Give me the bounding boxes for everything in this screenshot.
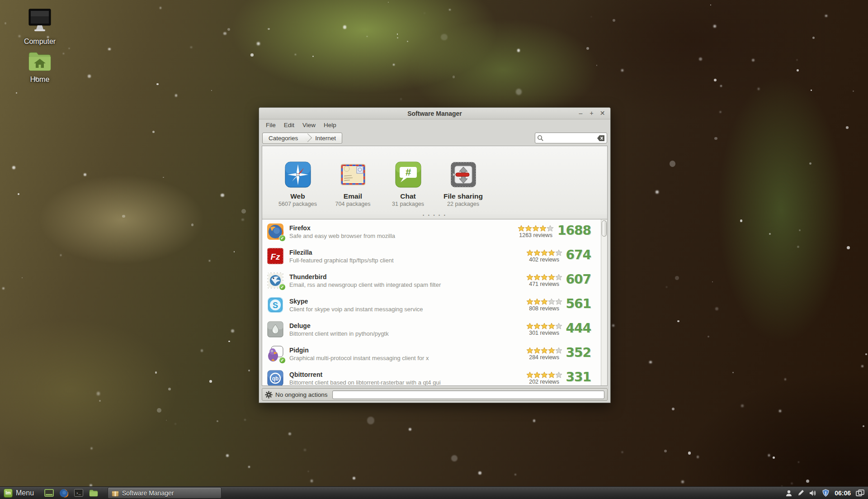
terminal-launcher-icon[interactable]: ›_: [74, 488, 84, 498]
email-category-icon: [339, 161, 367, 189]
category-email[interactable]: Email 704 packages: [327, 160, 378, 213]
app-row-firefox[interactable]: ✓ Firefox Safe and easy web browser from…: [262, 219, 601, 244]
category-file-sharing[interactable]: File sharing 22 packages: [438, 160, 489, 213]
desktop-icon-computer[interactable]: Computer: [15, 8, 65, 46]
clock[interactable]: 06:06: [835, 489, 851, 497]
app-score: 561: [566, 298, 591, 310]
progress-bar: [332, 390, 604, 399]
app-row-deluge[interactable]: Deluge Bittorrent client written in pyth…: [262, 317, 601, 342]
app-rating: 471 reviews 607: [526, 274, 596, 287]
installed-badge: ✓: [279, 357, 286, 364]
minimize-button[interactable]: –: [577, 110, 584, 117]
menu-button-label: Menu: [16, 489, 34, 497]
search-icon: [537, 135, 544, 142]
app-list: ✓ Firefox Safe and easy web browser from…: [262, 219, 607, 386]
app-row-thunderbird[interactable]: ✓ Thunderbird Email, rss and newsgroup c…: [262, 268, 601, 293]
pen-applet-icon[interactable]: [797, 489, 804, 496]
svg-text:Fz: Fz: [270, 252, 280, 261]
app-rating: 1263 reviews 1688: [518, 225, 596, 238]
search-input[interactable]: [544, 135, 597, 142]
quick-launchers: ›_: [39, 488, 103, 498]
menubar: File Edit View Help: [259, 119, 610, 130]
task-button-label: Software Manager: [122, 489, 174, 497]
app-score: 444: [566, 323, 591, 334]
taskbar: lm Menu ›_ Software Manager: [0, 486, 868, 499]
scrollbar[interactable]: [601, 219, 607, 386]
review-count: 284 reviews: [526, 354, 562, 361]
star-rating: [526, 371, 562, 379]
desktop-icon-label: Computer: [15, 38, 65, 46]
computer-icon: [26, 8, 54, 34]
skype-icon: S: [267, 296, 284, 314]
app-name: Qbittorrent: [289, 371, 441, 378]
app-score: 674: [566, 249, 591, 261]
file-manager-launcher-icon[interactable]: [89, 488, 99, 498]
workspace-switcher-icon[interactable]: [856, 489, 864, 497]
menu-file[interactable]: File: [262, 120, 280, 130]
status-text: No ongoing actions: [275, 391, 328, 398]
breadcrumb-categories[interactable]: Categories: [263, 133, 304, 143]
chat-category-icon: #: [394, 161, 422, 189]
maximize-button[interactable]: +: [588, 110, 595, 117]
svg-text:›_: ›_: [76, 491, 81, 496]
review-count: 808 reviews: [526, 305, 562, 312]
desktop-icon-home[interactable]: Home: [15, 51, 65, 84]
app-row-qbittorrent[interactable]: qb Qbittorrent Bittorrent client based o…: [262, 366, 601, 386]
app-score: 607: [566, 274, 591, 285]
review-count: 402 reviews: [526, 257, 562, 263]
app-name: Thunderbird: [289, 273, 441, 280]
update-shield-icon[interactable]: [822, 489, 830, 497]
app-rating: 808 reviews 561: [526, 298, 596, 312]
close-button[interactable]: ✕: [599, 110, 606, 117]
category-web[interactable]: Web 5607 packages: [272, 160, 323, 213]
category-name: Web: [272, 192, 323, 200]
star-rating: [526, 347, 562, 354]
app-row-filezilla[interactable]: Fz Filezilla Full-featured graphical ftp…: [262, 244, 601, 268]
firefox-icon: ✓: [267, 223, 284, 240]
user-applet-icon[interactable]: [785, 489, 793, 497]
desktop-icon-label: Home: [15, 76, 65, 84]
volume-icon[interactable]: [809, 490, 817, 496]
svg-text:qb: qb: [272, 375, 279, 382]
star-rating: [518, 225, 554, 232]
app-description: Client for skype voip and instant messag…: [289, 306, 423, 313]
scrollbar-thumb[interactable]: [602, 220, 607, 237]
menu-edit[interactable]: Edit: [280, 120, 298, 130]
category-name: Chat: [382, 192, 434, 200]
app-description: Full-featured graphical ftp/ftps/sftp cl…: [289, 257, 394, 264]
deluge-icon: [267, 321, 284, 338]
content-frame: Web 5607 packages Email 704 packages: [262, 146, 608, 386]
installed-badge: ✓: [279, 235, 286, 242]
app-name: Filezilla: [289, 249, 394, 256]
system-tray: 06:06: [785, 489, 868, 497]
menu-view[interactable]: View: [298, 120, 320, 130]
titlebar[interactable]: Software Manager – + ✕: [259, 108, 610, 119]
installed-badge: ✓: [279, 284, 286, 290]
star-rating: [526, 298, 562, 305]
app-rating: 402 reviews 674: [526, 249, 596, 263]
breadcrumb: Categories Internet: [262, 133, 342, 144]
menu-button[interactable]: lm Menu: [0, 487, 39, 499]
star-rating: [526, 249, 562, 257]
mint-logo-icon: lm: [4, 489, 13, 498]
taskbar-task-software-manager[interactable]: Software Manager: [108, 487, 222, 499]
show-desktop-icon[interactable]: [44, 488, 54, 498]
app-name: Firefox: [289, 224, 395, 232]
app-row-pidgin[interactable]: ✓ Pidgin Graphical multi-protocol instan…: [262, 342, 601, 366]
app-rating: 301 reviews 444: [526, 323, 596, 336]
category-panel: Web 5607 packages Email 704 packages: [262, 146, 607, 213]
search-box[interactable]: [535, 133, 607, 143]
pane-resize-grip[interactable]: • • • • •: [262, 213, 607, 219]
clear-search-icon[interactable]: [597, 135, 605, 141]
app-description: Graphical multi-protocol instant messagi…: [289, 355, 429, 361]
app-name: Skype: [289, 298, 423, 305]
category-packages: 5607 packages: [272, 201, 323, 207]
app-rating: 202 reviews 331: [526, 371, 596, 385]
firefox-launcher-icon[interactable]: [59, 488, 69, 498]
app-row-skype[interactable]: S Skype Client for skype voip and instan…: [262, 293, 601, 317]
category-chat[interactable]: # Chat 31 packages: [382, 160, 434, 213]
menu-help[interactable]: Help: [320, 120, 340, 130]
breadcrumb-internet[interactable]: Internet: [309, 133, 342, 143]
category-packages: 22 packages: [438, 201, 489, 207]
web-category-icon: [284, 161, 312, 189]
